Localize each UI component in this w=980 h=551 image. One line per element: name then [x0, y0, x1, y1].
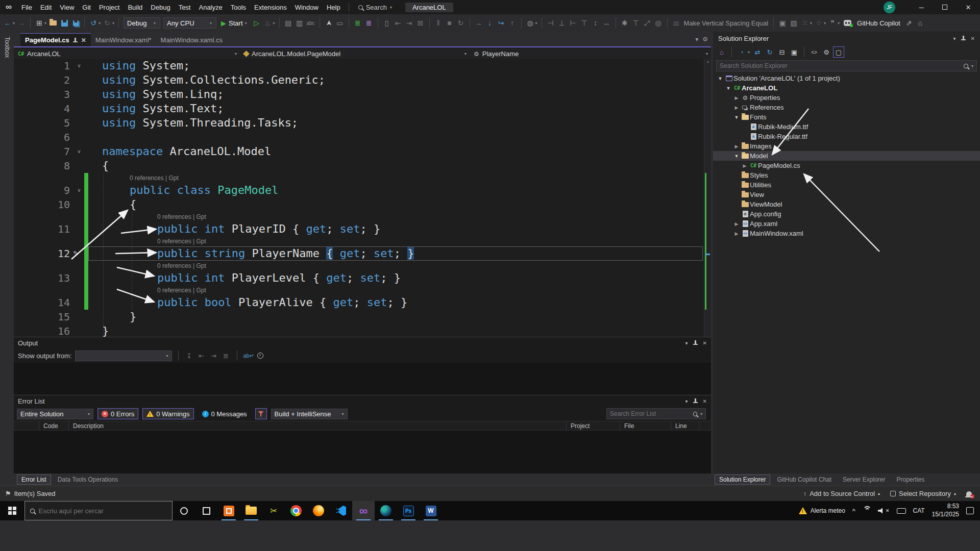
error-source-dropdown[interactable]: Build + IntelliSense▾ [271, 409, 348, 419]
fold-marker[interactable] [70, 295, 88, 310]
error-list-search[interactable]: ▾ [606, 408, 706, 419]
chevron-down-icon[interactable]: ▾ [99, 21, 101, 26]
expand-icon[interactable]: ▶ [732, 144, 741, 149]
show-next-statement-icon[interactable]: → [474, 17, 484, 29]
fold-marker[interactable] [70, 73, 88, 87]
fold-marker[interactable]: ∨ [70, 59, 88, 73]
goto-next-icon[interactable]: ⇥ [209, 352, 218, 360]
task-view-button[interactable] [195, 501, 217, 520]
column-header-code[interactable]: Code [39, 421, 69, 430]
quotes-icon[interactable]: ❞ [827, 17, 838, 29]
add-to-source-control-button[interactable]: ↑Add to Source Control▴ [798, 490, 885, 497]
open-document-icon[interactable]: ▤ [283, 17, 293, 29]
search-control[interactable]: Search ▾ [353, 2, 397, 13]
language-indicator[interactable]: CAT [913, 507, 925, 514]
collapse-all-icon[interactable]: ⊟ [776, 46, 788, 58]
tree-item-images[interactable]: ▶Images [713, 141, 980, 151]
expand-icon[interactable]: ▶ [732, 95, 741, 101]
save-icon[interactable] [59, 17, 69, 29]
volume-muted-icon[interactable]: ✕ [878, 508, 890, 514]
size-to-content-icon[interactable]: ⊤ [631, 17, 641, 29]
panel-tab-github-copilot-chat[interactable]: GitHub Copilot Chat [772, 474, 836, 485]
chevron-down-icon[interactable]: ▾ [810, 21, 812, 26]
fold-marker[interactable] [70, 271, 88, 285]
hot-reload-icon[interactable]: ♨ [263, 17, 273, 29]
chevron-down-icon[interactable]: ▾ [748, 50, 750, 55]
expand-icon[interactable]: ▶ [732, 105, 741, 110]
feedback-search-icon[interactable]: ⌂ [915, 17, 925, 29]
chevron-down-icon[interactable]: ▾ [838, 21, 840, 26]
step-over-icon[interactable]: ↪ [496, 17, 506, 29]
tab-pagemodel-cs[interactable]: PageModel.cs✕ [20, 33, 91, 46]
goto-message-icon[interactable]: ↧ [185, 352, 194, 360]
fold-marker[interactable] [70, 197, 88, 212]
editor-scrollbar[interactable]: ▲ ▼ [704, 59, 711, 353]
fold-marker[interactable] [70, 324, 88, 338]
detach-icon[interactable]: ⇥ [404, 17, 414, 29]
github-copilot-button[interactable]: GitHub Copilot [844, 19, 900, 27]
selection-pointer-icon[interactable]: ➤ [323, 18, 335, 28]
tree-item-app-config[interactable]: ⚙App.config [713, 209, 980, 219]
close-panel-icon[interactable]: ✕ [703, 398, 707, 404]
taskbar-search-input[interactable] [39, 507, 167, 515]
column-header-line[interactable]: Line [671, 421, 699, 430]
tree-item-app-xaml[interactable]: ▶<>App.xaml [713, 219, 980, 229]
tree-item-styles[interactable]: Styles [713, 170, 980, 180]
menu-view[interactable]: View [56, 0, 78, 14]
redo-icon[interactable]: ↻ [102, 17, 112, 29]
tree-item-pagemodel-cs[interactable]: ▶C#PageModel.cs [713, 161, 980, 170]
tree-item-fonts[interactable]: ▼Fonts [713, 112, 980, 122]
solution-explorer-search[interactable]: ▾ [716, 60, 977, 71]
error-list-body[interactable] [14, 431, 711, 473]
breadcrumb-type[interactable]: ArcaneLOL.Model.PageModel▾ [240, 48, 470, 59]
view-code-icon[interactable]: <> [808, 46, 820, 58]
align-right-icon[interactable]: ⊢ [568, 17, 578, 29]
chevron-down-icon[interactable]: ▾ [535, 21, 537, 26]
panel-tab-error-list[interactable]: Error List [17, 474, 51, 485]
minimize-button[interactable]: ─ [910, 0, 933, 14]
visual-studio-icon[interactable]: ∞ [352, 501, 375, 520]
pin-icon[interactable] [961, 36, 966, 41]
close-button[interactable]: ✕ [957, 0, 980, 14]
menu-tools[interactable]: Tools [227, 0, 250, 14]
photoshop-icon[interactable]: Ps [397, 501, 420, 520]
codelens-label[interactable]: 0 references | Gpt [14, 173, 711, 183]
menu-extensions[interactable]: Extensions [250, 0, 291, 14]
firefox-icon[interactable] [307, 501, 330, 520]
attach-icon[interactable]: ⇤ [393, 17, 403, 29]
undo-icon[interactable]: ↺ [88, 17, 99, 29]
chevron-down-icon[interactable]: ▾ [13, 21, 15, 26]
nav-forward-icon[interactable]: → [16, 17, 27, 29]
word-icon[interactable]: W [420, 501, 442, 520]
uncomment-icon[interactable]: ≣ [364, 17, 374, 29]
chevron-down-icon[interactable]: ▾ [44, 21, 46, 26]
chrome-icon[interactable] [285, 501, 307, 520]
codelens-label[interactable]: 0 references | Gpt [14, 285, 711, 295]
fold-marker[interactable] [70, 310, 88, 324]
toolbox-tab[interactable]: Toolbox [4, 37, 11, 58]
align-middle-icon[interactable]: ↕ [591, 17, 601, 29]
restart-icon[interactable]: ↻ [456, 17, 466, 29]
save-all-icon[interactable] [70, 17, 81, 29]
panel-tab-data-tools-operations[interactable]: Data Tools Operations [53, 474, 123, 485]
breadcrumb-member[interactable]: ⚙ PlayerName▾ [470, 48, 711, 59]
close-panel-icon[interactable]: ✕ [703, 340, 707, 346]
nav-back-icon[interactable]: ← [3, 17, 13, 29]
error-scope-dropdown[interactable]: Entire Solution▾ [17, 409, 93, 419]
diagnostics-icon[interactable]: ◍ [525, 17, 535, 29]
expand-icon[interactable]: ▶ [732, 221, 741, 227]
send-backward-icon[interactable]: ▨ [789, 17, 799, 29]
codelens-label[interactable]: 0 references | Gpt [14, 212, 711, 222]
taskbar-search[interactable] [24, 501, 173, 520]
error-list-search-input[interactable] [610, 410, 690, 417]
fold-marker[interactable] [70, 222, 88, 236]
clock[interactable]: 8:53 15/1/2025 [932, 503, 959, 518]
code-editor[interactable]: 1∨using System;2using System.Collections… [14, 59, 711, 353]
filter-button[interactable] [255, 408, 267, 419]
window-position-icon[interactable]: ▾ [685, 340, 688, 346]
align-left-icon[interactable]: ⊣ [546, 17, 556, 29]
tab-mainwindow-xaml-[interactable]: MainWindow.xaml* [91, 33, 156, 46]
timestamp-icon[interactable] [257, 353, 263, 359]
share-icon[interactable]: ⇗ [904, 17, 914, 29]
touch-keyboard-icon[interactable] [897, 508, 906, 514]
